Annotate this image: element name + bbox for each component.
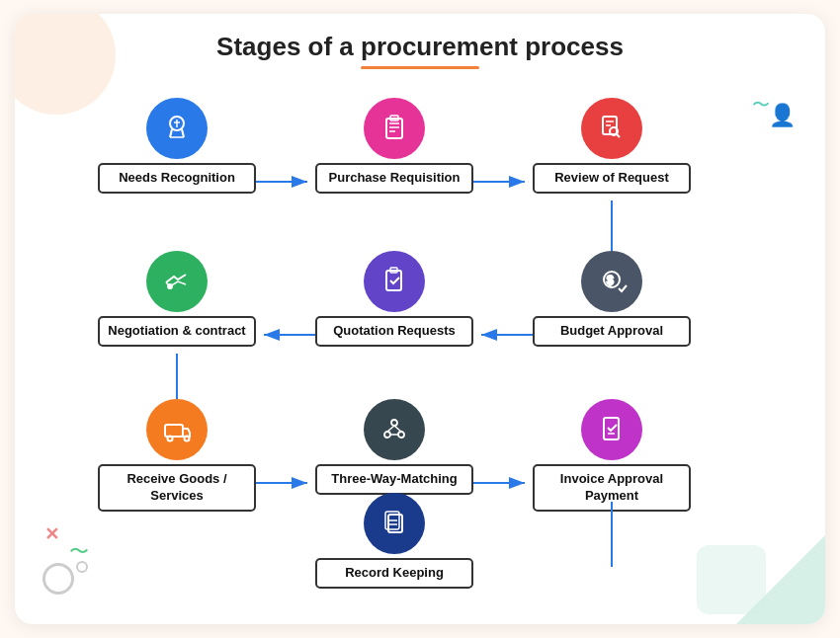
svg-line-38 <box>394 426 401 432</box>
svg-rect-31 <box>165 425 183 437</box>
node-label-inv: Invoice Approval Payment <box>533 464 691 512</box>
node-icon-recv <box>146 399 208 460</box>
title-underline <box>361 66 479 69</box>
node-recv: Receive Goods / Services <box>98 399 256 512</box>
node-quot: Quotation Requests <box>315 251 473 347</box>
node-label-three: Three-Way-Matching <box>315 464 473 495</box>
svg-rect-27 <box>386 271 401 290</box>
node-review: Review of Request <box>533 98 691 194</box>
svg-point-34 <box>391 420 397 426</box>
node-budg: $ Budget Approval <box>533 251 691 347</box>
svg-line-23 <box>617 134 620 137</box>
node-icon-neg <box>146 251 208 312</box>
node-icon-preq <box>364 98 425 159</box>
node-rec: Record Keeping <box>315 493 473 589</box>
node-needs: Needs Recognition <box>98 98 256 194</box>
node-label-quot: Quotation Requests <box>315 316 473 347</box>
svg-rect-16 <box>386 119 402 138</box>
svg-line-37 <box>387 426 394 432</box>
node-inv: Invoice Approval Payment <box>533 399 691 512</box>
svg-rect-40 <box>604 418 619 439</box>
node-label-review: Review of Request <box>533 163 691 194</box>
main-card: ✕ 〜 👤 〜 Stages of a procurement process … <box>15 14 825 624</box>
svg-point-32 <box>168 437 173 441</box>
diagram: Needs Recognition Purchase Requisition R… <box>39 83 801 567</box>
svg-point-36 <box>398 432 404 438</box>
node-icon-budg: $ <box>581 251 642 312</box>
page-title: Stages of a procurement process <box>39 32 801 62</box>
node-icon-inv <box>581 399 642 460</box>
svg-text:$: $ <box>607 274 614 287</box>
svg-point-26 <box>168 284 172 288</box>
svg-point-35 <box>384 432 390 438</box>
svg-line-11 <box>170 129 172 137</box>
node-three: Three-Way-Matching <box>315 399 473 495</box>
node-icon-three <box>364 399 425 460</box>
node-preq: Purchase Requisition <box>315 98 473 194</box>
deco-circle <box>42 563 74 595</box>
svg-line-12 <box>182 129 184 137</box>
node-icon-needs <box>146 98 208 159</box>
svg-point-33 <box>185 437 190 441</box>
node-label-recv: Receive Goods / Services <box>98 464 256 512</box>
node-icon-review <box>581 98 642 159</box>
node-label-budg: Budget Approval <box>533 316 691 347</box>
node-label-preq: Purchase Requisition <box>315 163 473 194</box>
node-label-rec: Record Keeping <box>315 558 473 589</box>
node-label-neg: Negotiation & contract <box>98 316 256 347</box>
node-neg: Negotiation & contract <box>98 251 256 347</box>
node-icon-rec <box>364 493 425 554</box>
node-icon-quot <box>364 251 425 312</box>
node-label-needs: Needs Recognition <box>98 163 256 194</box>
